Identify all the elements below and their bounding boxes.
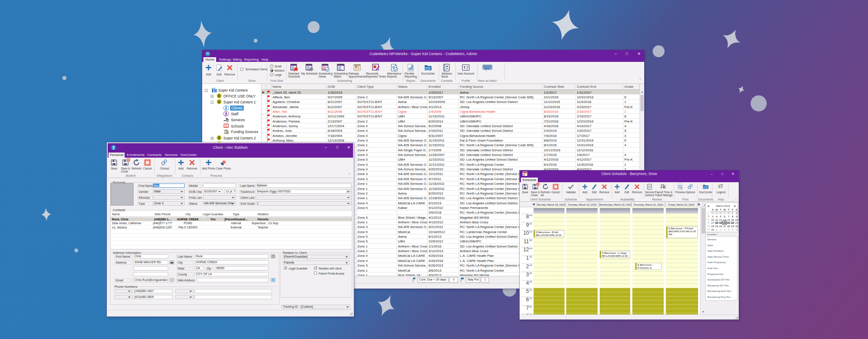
svg-text:$: $	[227, 131, 228, 134]
